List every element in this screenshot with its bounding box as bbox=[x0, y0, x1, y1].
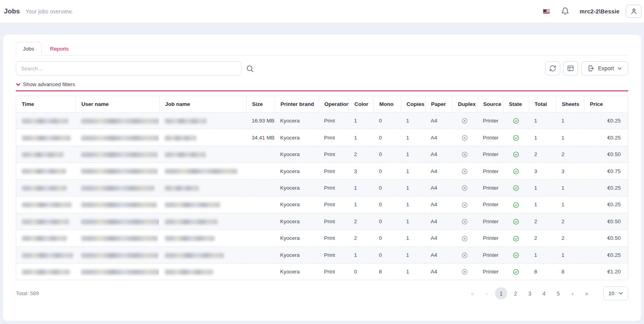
column-header-printer-brand[interactable]: Printer brand bbox=[275, 96, 318, 113]
redacted-user-text bbox=[81, 202, 157, 207]
redacted-time-text bbox=[22, 219, 69, 224]
tab-reports[interactable]: Reports bbox=[41, 42, 77, 55]
user-name-cell bbox=[75, 179, 159, 196]
previous-page-button[interactable]: ‹ bbox=[481, 287, 493, 300]
column-header-mono[interactable]: Mono bbox=[373, 96, 401, 113]
mono-cell: 0 bbox=[373, 213, 401, 230]
paper-cell: A4 bbox=[425, 162, 452, 179]
sheets-cell: 1 bbox=[556, 113, 584, 129]
redacted-job-text bbox=[165, 136, 196, 141]
page-button-1[interactable]: 1 bbox=[495, 287, 507, 300]
time-cell bbox=[16, 113, 75, 129]
time-cell bbox=[16, 179, 75, 196]
table-row[interactable]: Kyocera Print 2 0 1 A4 Printer bbox=[16, 213, 628, 230]
search-icon[interactable] bbox=[246, 64, 254, 73]
job-name-cell bbox=[159, 146, 246, 162]
operation-cell: Print bbox=[318, 129, 348, 145]
column-header-paper[interactable]: Paper bbox=[425, 96, 452, 113]
table-row[interactable]: Kyocera Print 2 0 1 A4 Printer bbox=[16, 230, 628, 246]
page-button-4[interactable]: 4 bbox=[538, 287, 550, 300]
table-row[interactable]: 16.93 MB Kyocera Print 1 0 1 A4 Printer bbox=[16, 113, 628, 129]
mono-cell: 0 bbox=[373, 196, 401, 213]
operation-cell: Print bbox=[318, 263, 348, 280]
total-cell: 2 bbox=[529, 230, 556, 246]
printer-brand-cell: Kyocera bbox=[275, 196, 318, 213]
page-button-3[interactable]: 3 bbox=[524, 287, 536, 300]
tab-strip: Jobs Reports bbox=[16, 42, 628, 56]
copies-cell: 1 bbox=[401, 162, 425, 179]
mono-cell: 8 bbox=[373, 263, 401, 280]
table-row[interactable]: 34.41 MB Kyocera Print 1 0 1 A4 Printer bbox=[16, 129, 628, 145]
table-row[interactable]: Kyocera Print 0 8 1 A4 Printer bbox=[16, 263, 628, 280]
column-header-price[interactable]: Price bbox=[584, 96, 628, 113]
state-cell bbox=[503, 263, 529, 280]
column-header-user-name[interactable]: User name bbox=[75, 96, 159, 113]
state-completed-check-icon bbox=[513, 269, 519, 275]
show-advanced-filters-toggle[interactable]: Show advanced filters bbox=[16, 81, 75, 87]
duplex-cell bbox=[452, 179, 477, 196]
table-row[interactable]: Kyocera Print 1 0 1 A4 Printer bbox=[16, 179, 628, 196]
column-header-source[interactable]: Source bbox=[477, 96, 503, 113]
refresh-button[interactable] bbox=[545, 61, 560, 75]
column-header-duplex[interactable]: Duplex bbox=[452, 96, 477, 113]
duplex-cell bbox=[452, 230, 477, 246]
table-row[interactable]: Kyocera Print 1 0 1 A4 Printer bbox=[16, 196, 628, 213]
redacted-time-text bbox=[22, 236, 67, 241]
state-completed-check-icon bbox=[513, 185, 519, 191]
redacted-job-text bbox=[165, 202, 220, 207]
job-name-cell bbox=[159, 263, 246, 280]
page-size-select[interactable]: 10 bbox=[603, 286, 628, 300]
first-page-button[interactable]: « bbox=[467, 287, 478, 300]
column-header-job-name[interactable]: Job name bbox=[159, 96, 246, 113]
column-header-time[interactable]: Time bbox=[16, 96, 75, 113]
job-name-cell bbox=[159, 162, 246, 179]
operation-cell: Print bbox=[318, 146, 348, 162]
redacted-job-text bbox=[165, 253, 224, 258]
duplex-cell bbox=[452, 113, 477, 129]
profile-menu-button[interactable] bbox=[626, 5, 642, 18]
column-header-copies[interactable]: Copies bbox=[401, 96, 425, 113]
export-icon bbox=[588, 65, 595, 72]
column-header-color[interactable]: Color bbox=[348, 96, 373, 113]
page-button-2[interactable]: 2 bbox=[510, 287, 522, 300]
mono-cell: 0 bbox=[373, 179, 401, 196]
state-cell bbox=[503, 129, 529, 145]
duplex-cell bbox=[452, 263, 477, 280]
operation-cell: Print bbox=[318, 162, 348, 179]
price-cell: €1.20 bbox=[584, 263, 628, 280]
column-header-operation[interactable]: Operation bbox=[318, 96, 348, 113]
table-row[interactable]: Kyocera Print 3 0 1 A4 Printer bbox=[16, 162, 628, 179]
column-settings-button[interactable] bbox=[563, 61, 578, 75]
redacted-job-text bbox=[165, 236, 215, 241]
tab-jobs[interactable]: Jobs bbox=[16, 42, 41, 56]
page-button-5[interactable]: 5 bbox=[552, 287, 564, 300]
total-cell: 2 bbox=[529, 213, 556, 230]
export-button[interactable]: Export bbox=[581, 61, 628, 75]
price-cell: €0.25 bbox=[584, 129, 628, 145]
mono-cell: 0 bbox=[373, 247, 401, 263]
copies-cell: 1 bbox=[401, 247, 425, 263]
table-row[interactable]: Kyocera Print 1 0 1 A4 Printer bbox=[16, 247, 628, 263]
price-cell: €0.25 bbox=[584, 247, 628, 263]
search-input[interactable] bbox=[16, 61, 241, 75]
redacted-user-text bbox=[81, 119, 159, 124]
column-header-sheets[interactable]: Sheets bbox=[556, 96, 584, 113]
last-page-button[interactable]: » bbox=[581, 287, 593, 300]
printer-brand-cell: Kyocera bbox=[275, 179, 318, 196]
filters-divider bbox=[16, 90, 628, 91]
column-header-size[interactable]: Size bbox=[246, 96, 275, 113]
time-cell bbox=[16, 213, 75, 230]
column-header-state[interactable]: State bbox=[503, 96, 529, 113]
user-name-cell bbox=[75, 113, 159, 129]
next-page-button[interactable]: › bbox=[567, 287, 578, 300]
state-completed-check-icon bbox=[513, 135, 519, 141]
copies-cell: 1 bbox=[401, 129, 425, 145]
redacted-user-text bbox=[81, 152, 158, 157]
table-row[interactable]: Kyocera Print 2 0 1 A4 Printer bbox=[16, 146, 628, 162]
notifications-bell-icon[interactable] bbox=[561, 7, 569, 15]
redacted-time-text bbox=[22, 186, 67, 191]
column-header-total[interactable]: Total bbox=[529, 96, 556, 113]
language-flag-icon[interactable] bbox=[543, 9, 550, 14]
sheets-cell: 2 bbox=[556, 213, 584, 230]
redacted-time-text bbox=[22, 119, 68, 124]
